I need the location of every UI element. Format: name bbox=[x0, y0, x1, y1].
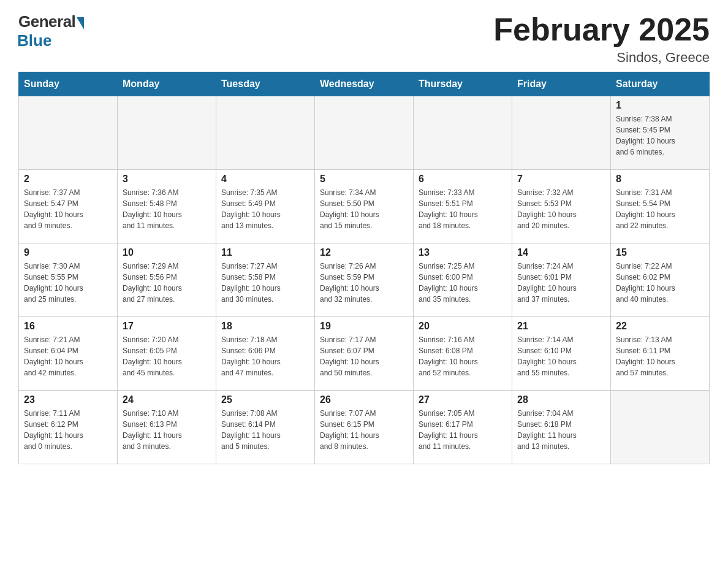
header-saturday: Saturday bbox=[611, 72, 710, 96]
day-cell: 5Sunrise: 7:34 AM Sunset: 5:50 PM Daylig… bbox=[315, 170, 414, 243]
day-info: Sunrise: 7:16 AM Sunset: 6:08 PM Dayligh… bbox=[419, 334, 507, 378]
day-number: 20 bbox=[419, 321, 507, 332]
day-cell bbox=[19, 96, 118, 170]
day-number: 2 bbox=[24, 174, 112, 185]
day-number: 5 bbox=[320, 174, 408, 185]
day-number: 21 bbox=[517, 321, 605, 332]
day-info: Sunrise: 7:05 AM Sunset: 6:17 PM Dayligh… bbox=[419, 408, 507, 452]
location: Sindos, Greece bbox=[493, 50, 710, 66]
day-cell bbox=[118, 96, 216, 170]
day-info: Sunrise: 7:25 AM Sunset: 6:00 PM Dayligh… bbox=[419, 261, 507, 305]
day-cell: 4Sunrise: 7:35 AM Sunset: 5:49 PM Daylig… bbox=[216, 170, 315, 243]
day-number: 14 bbox=[517, 247, 605, 258]
week-row-4: 16Sunrise: 7:21 AM Sunset: 6:04 PM Dayli… bbox=[19, 317, 710, 391]
day-cell: 16Sunrise: 7:21 AM Sunset: 6:04 PM Dayli… bbox=[19, 317, 118, 391]
day-number: 16 bbox=[24, 321, 112, 332]
day-cell: 15Sunrise: 7:22 AM Sunset: 6:02 PM Dayli… bbox=[611, 243, 710, 317]
day-cell bbox=[512, 96, 611, 170]
day-cell bbox=[315, 96, 414, 170]
day-cell: 27Sunrise: 7:05 AM Sunset: 6:17 PM Dayli… bbox=[414, 391, 512, 464]
day-info: Sunrise: 7:33 AM Sunset: 5:51 PM Dayligh… bbox=[419, 187, 507, 231]
day-number: 11 bbox=[221, 247, 309, 258]
day-info: Sunrise: 7:24 AM Sunset: 6:01 PM Dayligh… bbox=[517, 261, 605, 305]
week-row-2: 2Sunrise: 7:37 AM Sunset: 5:47 PM Daylig… bbox=[19, 170, 710, 243]
day-cell: 9Sunrise: 7:30 AM Sunset: 5:55 PM Daylig… bbox=[19, 243, 118, 317]
day-cell: 10Sunrise: 7:29 AM Sunset: 5:56 PM Dayli… bbox=[118, 243, 216, 317]
title-block: February 2025 Sindos, Greece bbox=[493, 12, 710, 66]
day-cell: 3Sunrise: 7:36 AM Sunset: 5:48 PM Daylig… bbox=[118, 170, 216, 243]
day-info: Sunrise: 7:38 AM Sunset: 5:45 PM Dayligh… bbox=[616, 113, 704, 158]
day-info: Sunrise: 7:29 AM Sunset: 5:56 PM Dayligh… bbox=[123, 261, 211, 305]
day-number: 22 bbox=[616, 321, 704, 332]
day-info: Sunrise: 7:21 AM Sunset: 6:04 PM Dayligh… bbox=[24, 334, 112, 378]
day-cell: 11Sunrise: 7:27 AM Sunset: 5:58 PM Dayli… bbox=[216, 243, 315, 317]
day-number: 26 bbox=[320, 394, 408, 405]
day-number: 28 bbox=[517, 394, 605, 405]
day-cell bbox=[611, 391, 710, 464]
day-info: Sunrise: 7:18 AM Sunset: 6:06 PM Dayligh… bbox=[221, 334, 309, 378]
day-cell: 21Sunrise: 7:14 AM Sunset: 6:10 PM Dayli… bbox=[512, 317, 611, 391]
day-number: 12 bbox=[320, 247, 408, 258]
day-info: Sunrise: 7:22 AM Sunset: 6:02 PM Dayligh… bbox=[616, 261, 704, 305]
day-number: 24 bbox=[123, 394, 211, 405]
day-number: 27 bbox=[419, 394, 507, 405]
day-number: 10 bbox=[123, 247, 211, 258]
day-cell: 8Sunrise: 7:31 AM Sunset: 5:54 PM Daylig… bbox=[611, 170, 710, 243]
days-header-row: SundayMondayTuesdayWednesdayThursdayFrid… bbox=[19, 72, 710, 96]
day-info: Sunrise: 7:32 AM Sunset: 5:53 PM Dayligh… bbox=[517, 187, 605, 231]
day-info: Sunrise: 7:08 AM Sunset: 6:14 PM Dayligh… bbox=[221, 408, 309, 452]
day-info: Sunrise: 7:30 AM Sunset: 5:55 PM Dayligh… bbox=[24, 261, 112, 305]
header-thursday: Thursday bbox=[414, 72, 512, 96]
day-number: 17 bbox=[123, 321, 211, 332]
day-number: 19 bbox=[320, 321, 408, 332]
day-number: 6 bbox=[419, 174, 507, 185]
day-cell bbox=[216, 96, 315, 170]
day-cell: 6Sunrise: 7:33 AM Sunset: 5:51 PM Daylig… bbox=[414, 170, 512, 243]
day-number: 7 bbox=[517, 174, 605, 185]
day-number: 23 bbox=[24, 394, 112, 405]
day-cell: 7Sunrise: 7:32 AM Sunset: 5:53 PM Daylig… bbox=[512, 170, 611, 243]
page-header: General Blue February 2025 Sindos, Greec… bbox=[18, 12, 710, 66]
day-cell: 20Sunrise: 7:16 AM Sunset: 6:08 PM Dayli… bbox=[414, 317, 512, 391]
day-cell: 19Sunrise: 7:17 AM Sunset: 6:07 PM Dayli… bbox=[315, 317, 414, 391]
day-info: Sunrise: 7:27 AM Sunset: 5:58 PM Dayligh… bbox=[221, 261, 309, 305]
day-info: Sunrise: 7:13 AM Sunset: 6:11 PM Dayligh… bbox=[616, 334, 704, 378]
day-info: Sunrise: 7:35 AM Sunset: 5:49 PM Dayligh… bbox=[221, 187, 309, 231]
day-cell: 12Sunrise: 7:26 AM Sunset: 5:59 PM Dayli… bbox=[315, 243, 414, 317]
month-title: February 2025 bbox=[493, 12, 710, 47]
day-number: 15 bbox=[616, 247, 704, 258]
day-info: Sunrise: 7:34 AM Sunset: 5:50 PM Dayligh… bbox=[320, 187, 408, 231]
header-monday: Monday bbox=[118, 72, 216, 96]
day-cell bbox=[414, 96, 512, 170]
day-info: Sunrise: 7:20 AM Sunset: 6:05 PM Dayligh… bbox=[123, 334, 211, 378]
header-sunday: Sunday bbox=[19, 72, 118, 96]
day-cell: 2Sunrise: 7:37 AM Sunset: 5:47 PM Daylig… bbox=[19, 170, 118, 243]
day-info: Sunrise: 7:11 AM Sunset: 6:12 PM Dayligh… bbox=[24, 408, 112, 452]
day-cell: 22Sunrise: 7:13 AM Sunset: 6:11 PM Dayli… bbox=[611, 317, 710, 391]
logo: General Blue bbox=[18, 12, 84, 50]
week-row-3: 9Sunrise: 7:30 AM Sunset: 5:55 PM Daylig… bbox=[19, 243, 710, 317]
day-info: Sunrise: 7:07 AM Sunset: 6:15 PM Dayligh… bbox=[320, 408, 408, 452]
day-cell: 24Sunrise: 7:10 AM Sunset: 6:13 PM Dayli… bbox=[118, 391, 216, 464]
day-cell: 26Sunrise: 7:07 AM Sunset: 6:15 PM Dayli… bbox=[315, 391, 414, 464]
day-cell: 23Sunrise: 7:11 AM Sunset: 6:12 PM Dayli… bbox=[19, 391, 118, 464]
day-info: Sunrise: 7:17 AM Sunset: 6:07 PM Dayligh… bbox=[320, 334, 408, 378]
day-info: Sunrise: 7:31 AM Sunset: 5:54 PM Dayligh… bbox=[616, 187, 704, 231]
day-number: 25 bbox=[221, 394, 309, 405]
day-cell: 1Sunrise: 7:38 AM Sunset: 5:45 PM Daylig… bbox=[611, 96, 710, 170]
day-cell: 28Sunrise: 7:04 AM Sunset: 6:18 PM Dayli… bbox=[512, 391, 611, 464]
day-number: 8 bbox=[616, 174, 704, 185]
day-info: Sunrise: 7:10 AM Sunset: 6:13 PM Dayligh… bbox=[123, 408, 211, 452]
calendar-table: SundayMondayTuesdayWednesdayThursdayFrid… bbox=[18, 72, 710, 464]
day-number: 9 bbox=[24, 247, 112, 258]
week-row-1: 1Sunrise: 7:38 AM Sunset: 5:45 PM Daylig… bbox=[19, 96, 710, 170]
day-info: Sunrise: 7:26 AM Sunset: 5:59 PM Dayligh… bbox=[320, 261, 408, 305]
week-row-5: 23Sunrise: 7:11 AM Sunset: 6:12 PM Dayli… bbox=[19, 391, 710, 464]
day-number: 13 bbox=[419, 247, 507, 258]
day-number: 3 bbox=[123, 174, 211, 185]
day-info: Sunrise: 7:14 AM Sunset: 6:10 PM Dayligh… bbox=[517, 334, 605, 378]
header-tuesday: Tuesday bbox=[216, 72, 315, 96]
day-cell: 17Sunrise: 7:20 AM Sunset: 6:05 PM Dayli… bbox=[118, 317, 216, 391]
day-cell: 14Sunrise: 7:24 AM Sunset: 6:01 PM Dayli… bbox=[512, 243, 611, 317]
day-number: 18 bbox=[221, 321, 309, 332]
